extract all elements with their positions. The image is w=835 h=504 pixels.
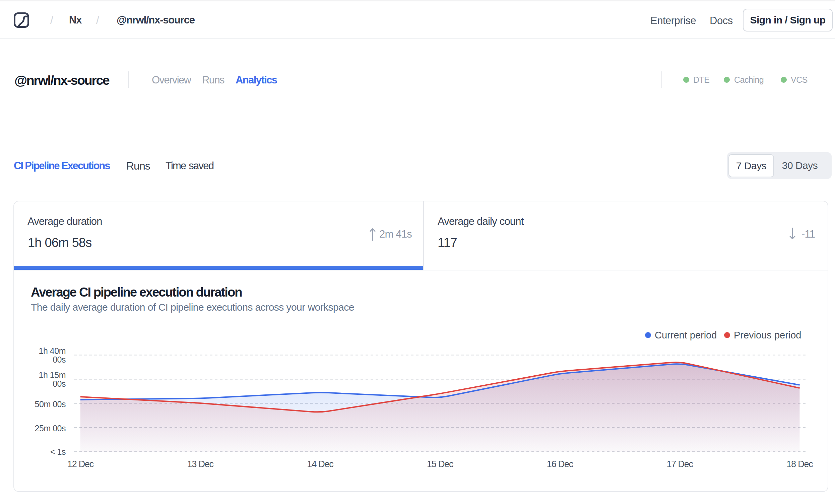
svg-text:14 Dec: 14 Dec [307, 459, 333, 469]
svg-text:15 Dec: 15 Dec [427, 459, 453, 469]
svg-text:16 Dec: 16 Dec [547, 459, 573, 469]
svg-text:1h 15m: 1h 15m [39, 370, 66, 380]
svg-text:25m 00s: 25m 00s [35, 424, 66, 433]
svg-text:50m 00s: 50m 00s [35, 400, 66, 409]
svg-text:Current period: Current period [655, 330, 717, 341]
svg-text:13 Dec: 13 Dec [187, 459, 214, 469]
svg-text:1h 40m: 1h 40m [39, 346, 66, 356]
svg-text:18 Dec: 18 Dec [787, 459, 813, 469]
svg-text:< 1s: < 1s [50, 447, 66, 457]
svg-text:17 Dec: 17 Dec [667, 459, 693, 469]
svg-text:12 Dec: 12 Dec [67, 459, 94, 469]
svg-text:Previous period: Previous period [734, 330, 801, 341]
svg-text:00s: 00s [53, 355, 66, 364]
svg-text:00s: 00s [53, 379, 66, 388]
